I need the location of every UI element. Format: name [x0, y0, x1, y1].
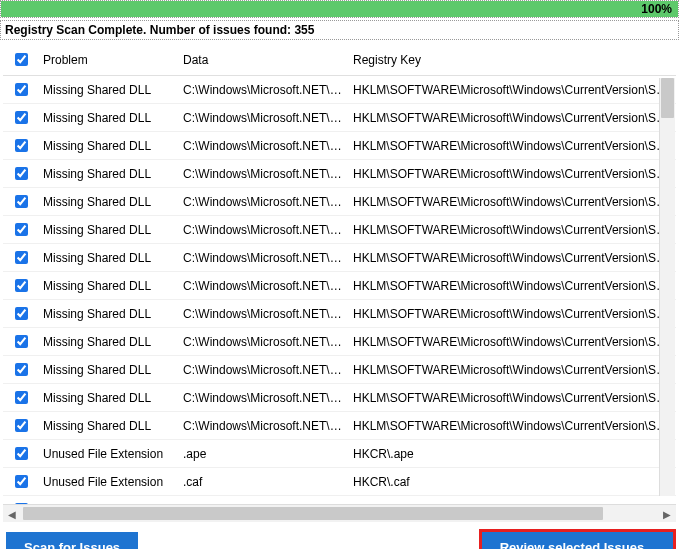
row-checkbox-cell	[3, 104, 39, 132]
cell-data: C:\Windows\Microsoft.NET\Fra...	[179, 216, 349, 244]
results-table: Problem Data Registry Key Missing Shared…	[3, 44, 676, 504]
cell-registry-key: HKCR\.caf	[349, 468, 676, 496]
cell-registry-key: HKLM\SOFTWARE\Microsoft\Windows\CurrentV…	[349, 216, 676, 244]
row-checkbox[interactable]	[15, 111, 28, 124]
footer: Scan for Issues Review selected Issues..…	[0, 522, 679, 549]
row-checkbox[interactable]	[15, 139, 28, 152]
cell-problem: Missing Shared DLL	[39, 356, 179, 384]
row-checkbox[interactable]	[15, 363, 28, 376]
hscroll-left-arrow-icon[interactable]: ◀	[3, 505, 21, 523]
row-checkbox-cell	[3, 272, 39, 300]
row-checkbox-cell	[3, 132, 39, 160]
table-row[interactable]: Missing Shared DLLC:\Windows\Microsoft.N…	[3, 160, 676, 188]
cell-data: C:\Windows\Microsoft.NET\Fra...	[179, 76, 349, 104]
row-checkbox[interactable]	[15, 391, 28, 404]
cell-registry-key: HKLM\SOFTWARE\Microsoft\Windows\CurrentV…	[349, 104, 676, 132]
hscroll-right-arrow-icon[interactable]: ▶	[658, 505, 676, 523]
review-selected-issues-button[interactable]: Review selected Issues...	[482, 532, 673, 549]
vertical-scrollbar-thumb[interactable]	[661, 78, 674, 118]
cell-data: C:\Windows\Microsoft.NET\Fra...	[179, 104, 349, 132]
cell-problem: Missing Shared DLL	[39, 272, 179, 300]
cell-registry-key: HKLM\SOFTWARE\Microsoft\Windows\CurrentV…	[349, 384, 676, 412]
row-checkbox-cell	[3, 412, 39, 440]
cell-data: C:\Windows\Microsoft.NET\Fra...	[179, 272, 349, 300]
table-row[interactable]: Missing Shared DLLC:\Windows\Microsoft.N…	[3, 300, 676, 328]
cell-registry-key: HKLM\SOFTWARE\Microsoft\Windows\CurrentV…	[349, 300, 676, 328]
table-row[interactable]: Missing Shared DLLC:\Windows\Microsoft.N…	[3, 272, 676, 300]
row-checkbox[interactable]	[15, 447, 28, 460]
table-row[interactable]: Missing Shared DLLC:\Windows\Microsoft.N…	[3, 132, 676, 160]
cell-problem: Missing Shared DLL	[39, 412, 179, 440]
cell-data: C:\Windows\Microsoft.NET\Fra...	[179, 356, 349, 384]
header-registry-key[interactable]: Registry Key	[349, 44, 676, 76]
cell-data: .dbd - DB_Open_dbd	[179, 496, 349, 505]
table-row[interactable]: Missing Shared DLLC:\Windows\Microsoft.N…	[3, 104, 676, 132]
cell-registry-key: HKCR\.dbd	[349, 496, 676, 505]
horizontal-scrollbar-thumb[interactable]	[23, 507, 603, 520]
row-checkbox[interactable]	[15, 335, 28, 348]
row-checkbox[interactable]	[15, 419, 28, 432]
row-checkbox-cell	[3, 244, 39, 272]
cell-registry-key: HKLM\SOFTWARE\Microsoft\Windows\CurrentV…	[349, 412, 676, 440]
table-row[interactable]: Missing Shared DLLC:\Windows\Microsoft.N…	[3, 244, 676, 272]
cell-registry-key: HKLM\SOFTWARE\Microsoft\Windows\CurrentV…	[349, 160, 676, 188]
cell-data: .caf	[179, 468, 349, 496]
cell-data: C:\Windows\Microsoft.NET\Fra...	[179, 188, 349, 216]
progress-bar-container: 100%	[0, 0, 679, 18]
table-row[interactable]: Missing Shared DLLC:\Windows\Microsoft.N…	[3, 216, 676, 244]
row-checkbox-cell	[3, 468, 39, 496]
table-row[interactable]: Missing Shared DLLC:\Windows\Microsoft.N…	[3, 412, 676, 440]
cell-data: C:\Windows\Microsoft.NET\Fra...	[179, 412, 349, 440]
results-table-wrapper: Problem Data Registry Key Missing Shared…	[0, 44, 679, 504]
row-checkbox-cell	[3, 160, 39, 188]
cell-problem: Missing Shared DLL	[39, 384, 179, 412]
row-checkbox-cell	[3, 188, 39, 216]
row-checkbox-cell	[3, 496, 39, 505]
row-checkbox[interactable]	[15, 251, 28, 264]
table-row[interactable]: Missing Shared DLLC:\Windows\Microsoft.N…	[3, 328, 676, 356]
cell-registry-key: HKLM\SOFTWARE\Microsoft\Windows\CurrentV…	[349, 272, 676, 300]
cell-data: C:\Windows\Microsoft.NET\Fra...	[179, 384, 349, 412]
table-row[interactable]: Missing Shared DLLC:\Windows\Microsoft.N…	[3, 76, 676, 104]
table-row[interactable]: Unused File Extension.apeHKCR\.ape	[3, 440, 676, 468]
row-checkbox[interactable]	[15, 195, 28, 208]
header-problem[interactable]: Problem	[39, 44, 179, 76]
row-checkbox[interactable]	[15, 167, 28, 180]
cell-registry-key: HKLM\SOFTWARE\Microsoft\Windows\CurrentV…	[349, 328, 676, 356]
cell-problem: Missing Shared DLL	[39, 76, 179, 104]
header-select-all-cell	[3, 44, 39, 76]
cell-problem: Unused File Extension	[39, 468, 179, 496]
vertical-scrollbar[interactable]	[659, 78, 675, 496]
row-checkbox-cell	[3, 384, 39, 412]
cell-problem: Missing Shared DLL	[39, 188, 179, 216]
progress-bar-fill	[1, 1, 678, 17]
table-row[interactable]: Missing Shared DLLC:\Windows\Microsoft.N…	[3, 188, 676, 216]
row-checkbox[interactable]	[15, 223, 28, 236]
cell-problem: Unused File Extension	[39, 496, 179, 505]
cell-data: C:\Windows\Microsoft.NET\Fra...	[179, 160, 349, 188]
row-checkbox-cell	[3, 440, 39, 468]
cell-problem: Unused File Extension	[39, 440, 179, 468]
cell-registry-key: HKLM\SOFTWARE\Microsoft\Windows\CurrentV…	[349, 76, 676, 104]
cell-data: C:\Windows\Microsoft.NET\Fra...	[179, 132, 349, 160]
select-all-checkbox[interactable]	[15, 53, 28, 66]
scan-for-issues-button[interactable]: Scan for Issues	[6, 532, 138, 549]
header-data[interactable]: Data	[179, 44, 349, 76]
row-checkbox-cell	[3, 300, 39, 328]
row-checkbox[interactable]	[15, 307, 28, 320]
progress-percent: 100%	[641, 1, 672, 17]
table-row[interactable]: Missing Shared DLLC:\Windows\Microsoft.N…	[3, 384, 676, 412]
table-row[interactable]: Unused File Extension.cafHKCR\.caf	[3, 468, 676, 496]
cell-data: C:\Windows\Microsoft.NET\Fra...	[179, 328, 349, 356]
cell-problem: Missing Shared DLL	[39, 300, 179, 328]
table-row[interactable]: Unused File Extension.dbd - DB_Open_dbdH…	[3, 496, 676, 505]
horizontal-scrollbar[interactable]: ◀ ▶	[3, 504, 676, 522]
row-checkbox[interactable]	[15, 279, 28, 292]
cell-registry-key: HKLM\SOFTWARE\Microsoft\Windows\CurrentV…	[349, 356, 676, 384]
table-row[interactable]: Missing Shared DLLC:\Windows\Microsoft.N…	[3, 356, 676, 384]
cell-problem: Missing Shared DLL	[39, 328, 179, 356]
cell-problem: Missing Shared DLL	[39, 244, 179, 272]
row-checkbox[interactable]	[15, 475, 28, 488]
row-checkbox[interactable]	[15, 83, 28, 96]
row-checkbox-cell	[3, 356, 39, 384]
